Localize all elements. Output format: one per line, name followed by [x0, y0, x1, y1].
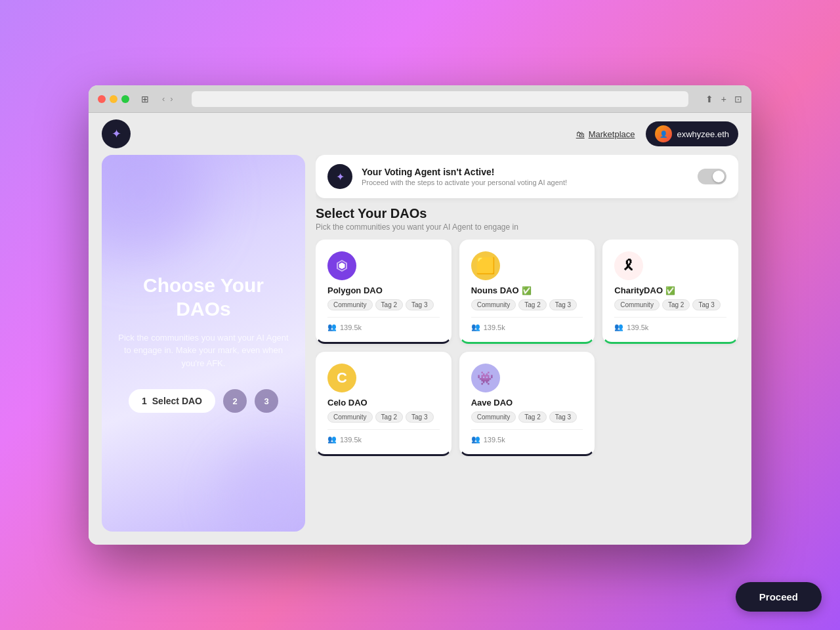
user-pill[interactable]: 👤 exwhyzee.eth	[646, 121, 739, 146]
voting-agent-icon: ✦	[327, 164, 352, 189]
header-right: 🛍 Marketplace 👤 exwhyzee.eth	[576, 121, 738, 146]
dao-logo-celo: C	[327, 364, 356, 392]
maximize-button[interactable]	[121, 95, 129, 103]
dao-logo-nouns: 🟨	[471, 251, 500, 280]
dao-card-charity[interactable]: 🎗 CharityDAO ✅ Community Tag 2 Tag 3	[602, 240, 738, 344]
verified-icon: ✅	[522, 286, 532, 295]
dao-members-celo: 👥 139.5k	[327, 429, 440, 444]
sidebar-toggle-icon[interactable]: ⊞	[141, 94, 149, 104]
traffic-lights	[98, 95, 129, 103]
step-3[interactable]: 3	[255, 389, 278, 413]
left-panel-subtitle: Pick the communities you want your AI Ag…	[117, 331, 289, 370]
dao-name-nouns: Nouns DAO ✅	[471, 285, 583, 295]
dao-tag: Tag 3	[549, 299, 577, 310]
title-part1: Choose	[143, 274, 215, 296]
members-icon: 👥	[471, 435, 480, 444]
members-icon: 👥	[614, 323, 623, 331]
step-1-label: Select DAO	[152, 396, 202, 406]
dao-tags-charity: Community Tag 2 Tag 3	[614, 299, 726, 310]
step-1[interactable]: 1 Select DAO	[129, 389, 215, 413]
dao-name-charity: CharityDAO ✅	[614, 285, 726, 295]
dao-card-nouns[interactable]: 🟨 Nouns DAO ✅ Community Tag 2 Tag 3	[459, 240, 595, 344]
user-label: exwhyzee.eth	[677, 129, 730, 139]
section-title: Select Your DAOs	[316, 206, 738, 221]
dao-members-charity: 👥 139.5k	[614, 317, 726, 331]
voting-title: Your Voting Agent isn't Active!	[362, 167, 688, 177]
bag-icon: 🛍	[576, 129, 585, 139]
dao-tag: Community	[614, 299, 660, 310]
dao-tag: Tag 3	[406, 411, 433, 423]
left-panel: Choose Your DAOs Pick the communities yo…	[102, 155, 305, 532]
dao-tags-nouns: Community Tag 2 Tag 3	[471, 299, 583, 310]
marketplace-link[interactable]: 🛍 Marketplace	[576, 129, 635, 139]
step-1-num: 1	[142, 396, 147, 406]
dao-tag: Tag 2	[518, 411, 546, 423]
app-logo[interactable]: ✦	[102, 119, 131, 148]
dao-tag: Tag 2	[375, 411, 403, 423]
left-panel-title: Choose Your DAOs	[117, 274, 289, 321]
step-2[interactable]: 2	[223, 389, 247, 413]
step-2-num: 2	[232, 396, 237, 406]
browser-window: ⊞ ‹ › ⬆ + ⊡ ✦ 🛍 Marketplace 👤	[89, 85, 751, 545]
members-icon: 👥	[471, 323, 480, 331]
minimize-button[interactable]	[110, 95, 117, 103]
dao-members-polygon: 👥 139.5k	[327, 317, 440, 331]
dao-tag: Tag 2	[518, 299, 546, 310]
dao-tag: Tag 2	[662, 299, 690, 310]
step-3-num: 3	[264, 396, 268, 406]
nouns-pixel-icon: 🟨	[476, 257, 495, 275]
dao-card-celo[interactable]: C Celo DAO Community Tag 2 Tag 3	[316, 352, 452, 456]
dao-logo-polygon	[327, 251, 356, 280]
dao-logo-charity: 🎗	[614, 251, 643, 280]
right-panel: ✦ Your Voting Agent isn't Active! Procee…	[316, 155, 738, 532]
charity-icon: 🎗	[621, 257, 636, 274]
close-button[interactable]	[98, 95, 106, 103]
titlebar: ⊞ ‹ › ⬆ + ⊡	[89, 85, 751, 113]
share-icon[interactable]: ⬆	[705, 94, 713, 104]
voting-banner: ✦ Your Voting Agent isn't Active! Procee…	[316, 155, 738, 198]
dao-logo-aave: 👾	[471, 364, 500, 392]
dao-card-polygon[interactable]: Polygon DAO Community Tag 2 Tag 3 👥 139.…	[316, 240, 452, 344]
forward-icon[interactable]: ›	[169, 94, 174, 104]
voting-subtitle: Proceed with the steps to activate your …	[362, 178, 688, 186]
back-icon[interactable]: ‹	[161, 94, 166, 104]
add-tab-icon[interactable]: +	[721, 94, 726, 104]
dao-tag: Community	[471, 411, 516, 423]
dao-name-polygon: Polygon DAO	[327, 285, 440, 295]
app-content: ✦ 🛍 Marketplace 👤 exwhyzee.eth Choose Yo…	[89, 113, 751, 545]
dao-tag: Tag 3	[549, 411, 577, 423]
dao-tag: Community	[327, 299, 373, 310]
dao-grid: Polygon DAO Community Tag 2 Tag 3 👥 139.…	[316, 240, 738, 456]
marketplace-label: Marketplace	[589, 129, 635, 139]
voting-toggle[interactable]	[698, 169, 726, 184]
section-subtitle: Pick the communities you want your AI Ag…	[316, 222, 738, 232]
dao-tag: Tag 3	[406, 299, 433, 310]
aave-icon: 👾	[477, 370, 494, 386]
dao-name-celo: Celo DAO	[327, 398, 440, 408]
avatar: 👤	[655, 125, 672, 142]
select-daos-section: Select Your DAOs Pick the communities yo…	[316, 206, 738, 532]
dao-tags-celo: Community Tag 2 Tag 3	[327, 411, 440, 423]
dao-tags-aave: Community Tag 2 Tag 3	[471, 411, 583, 423]
voting-text: Your Voting Agent isn't Active! Proceed …	[362, 167, 688, 186]
nav-arrows: ‹ ›	[161, 94, 175, 104]
steps-row: 1 Select DAO 2 3	[129, 389, 278, 413]
dao-card-aave[interactable]: 👾 Aave DAO Community Tag 2 Tag 3	[459, 352, 595, 456]
dao-tag: Community	[471, 299, 516, 310]
dao-tag: Tag 3	[692, 299, 720, 310]
dao-tag: Community	[327, 411, 373, 423]
members-icon: 👥	[327, 323, 337, 331]
main-layout: Choose Your DAOs Pick the communities yo…	[89, 155, 751, 545]
members-icon: 👥	[327, 435, 337, 444]
dao-name-aave: Aave DAO	[471, 398, 583, 408]
address-bar[interactable]	[192, 91, 688, 107]
titlebar-actions: ⬆ + ⊡	[705, 94, 742, 104]
dao-members-aave: 👥 139.5k	[471, 429, 583, 444]
dao-tags-polygon: Community Tag 2 Tag 3	[327, 299, 440, 310]
verified-icon: ✅	[665, 286, 675, 295]
dao-tag: Tag 2	[375, 299, 403, 310]
dao-members-nouns: 👥 139.5k	[471, 317, 583, 331]
tabs-icon[interactable]: ⊡	[734, 94, 742, 104]
app-header: ✦ 🛍 Marketplace 👤 exwhyzee.eth	[89, 113, 751, 155]
